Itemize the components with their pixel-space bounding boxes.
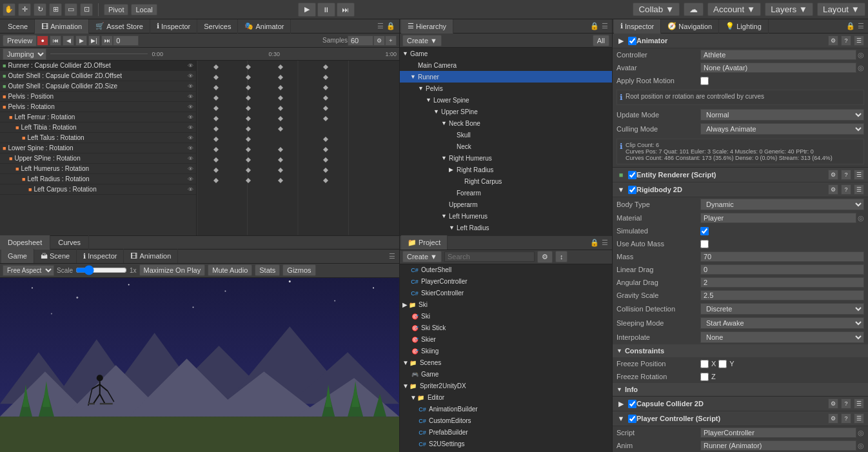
script-pick-btn[interactable]: ◎ — [858, 429, 864, 437]
proj-row-editor[interactable]: ▼📁Editor — [400, 392, 612, 404]
track-row[interactable]: ■ Pelvis : Position 👁 — [0, 92, 196, 102]
gravity-scale-input[interactable] — [700, 290, 864, 300]
hier-row-lefthumerus[interactable]: ▼Left Humerus — [400, 210, 612, 222]
anim-start-btn[interactable]: ⏮ — [50, 35, 61, 46]
step-button[interactable]: ⏭ — [337, 3, 355, 17]
proj-row-outershell[interactable]: C#OuterShell — [400, 264, 612, 276]
anim-frame-input[interactable] — [113, 35, 139, 46]
controller-pick-btn[interactable]: ◎ — [858, 51, 864, 59]
angular-drag-input[interactable] — [700, 277, 864, 288]
track-row[interactable]: ■ Lower Spine : Rotation 👁 — [0, 143, 196, 153]
rigidbody2d-header[interactable]: ▼ Rigidbody 2D ⚙ ? ☰ — [613, 182, 868, 197]
rigidbody2d-menu-btn[interactable]: ☰ — [854, 184, 864, 195]
hier-row-upperarm[interactable]: Upperarm — [400, 199, 612, 210]
track-row[interactable]: ■ Pelvis : Rotation 👁 — [0, 102, 196, 112]
animator-enabled-checkbox[interactable] — [628, 37, 636, 45]
mute-audio-btn[interactable]: Mute Audio — [208, 264, 252, 276]
samples-settings-btn[interactable]: ⚙ — [373, 35, 385, 46]
proj-row-s2usettings[interactable]: C#S2USettings — [400, 438, 612, 450]
tab-scene2[interactable]: 🏔Scene — [34, 249, 77, 263]
scale-tool-icon[interactable]: ⊞ — [49, 3, 62, 16]
panel-menu-icon[interactable]: ☰ — [377, 22, 384, 30]
hier-row-forearm[interactable]: Forearm — [400, 187, 612, 199]
account-button[interactable]: Account ▼ — [707, 3, 761, 16]
track-row[interactable]: ■ Outer Shell : Capsule Collider 2D.Offs… — [0, 71, 196, 81]
anim-record-btn[interactable]: ● — [37, 35, 48, 46]
proj-row-animbuilder[interactable]: C#AnimationBuilder — [400, 404, 612, 415]
play-button[interactable]: ▶ — [298, 3, 316, 17]
anim-pick-btn[interactable]: ◎ — [858, 442, 864, 450]
preview-button[interactable]: Preview — [3, 35, 37, 46]
avatar-input[interactable] — [700, 63, 856, 73]
proj-row-game-scene[interactable]: 🎮Game — [400, 369, 612, 380]
linear-drag-input[interactable] — [700, 264, 864, 275]
material-input[interactable] — [700, 213, 856, 223]
track-row[interactable]: ■ Left Tibia : Rotation 👁 — [0, 123, 196, 133]
hierarchy-all-btn[interactable]: All — [593, 35, 609, 46]
tab-inspector-left[interactable]: ℹInspector — [150, 19, 197, 34]
tab-lighting[interactable]: 💡Lighting — [719, 19, 769, 34]
capsule-collider-menu-btn[interactable]: ☰ — [854, 398, 864, 409]
proj-row-skiercontroller[interactable]: C#SkierController — [400, 288, 612, 299]
cloud-button[interactable]: ☁ — [684, 3, 704, 16]
freeze-rot-z-checkbox[interactable] — [700, 373, 709, 381]
aspect-dropdown[interactable]: Free Aspect — [3, 265, 54, 276]
player-controller-header[interactable]: ▼ Player Controller (Script) ⚙ ? ☰ — [613, 411, 868, 426]
animator-menu-btn[interactable]: ☰ — [854, 35, 864, 46]
collision-detection-select[interactable]: Discrete — [700, 303, 864, 315]
proj-row-skistick[interactable]: 🎯Ski Stick — [400, 322, 612, 334]
entity-renderer-help-btn[interactable]: ? — [841, 170, 851, 180]
hier-row-rightcarpus[interactable]: Right Carpus — [400, 175, 612, 187]
hier-row-game[interactable]: ▼Game — [400, 48, 612, 59]
hier-row-neckbone[interactable]: ▼Neck Bone — [400, 117, 612, 129]
player-controller-checkbox[interactable] — [628, 415, 636, 423]
update-mode-select[interactable]: Normal — [700, 109, 864, 121]
track-row[interactable]: ■ Left Talus : Rotation 👁 — [0, 133, 196, 143]
tab-inspector-bottom[interactable]: ℹInspector — [77, 249, 124, 263]
maximize-play-btn[interactable]: Maximize On Play — [139, 264, 206, 276]
project-menu[interactable]: ☰ — [602, 239, 608, 247]
rigidbody2d-checkbox[interactable] — [628, 186, 636, 194]
script-input[interactable] — [700, 427, 856, 438]
track-row[interactable]: ■ Upper SPine : Rotation 👁 — [0, 153, 196, 164]
hier-row-runner[interactable]: ▼Runner — [400, 71, 612, 83]
project-lock[interactable]: 🔒 — [590, 239, 599, 247]
player-ctrl-help-btn[interactable]: ? — [841, 413, 851, 424]
tab-navigation[interactable]: 🧭Navigation — [661, 19, 719, 34]
player-ctrl-settings-btn[interactable]: ⚙ — [828, 413, 838, 424]
hier-row-lowerspine[interactable]: ▼Lower Spine — [400, 94, 612, 106]
sleeping-mode-select[interactable]: Start Awake — [700, 317, 864, 329]
gizmos-btn[interactable]: Gizmos — [282, 264, 315, 276]
mass-input[interactable] — [700, 251, 864, 262]
tab-scene[interactable]: Scene — [1, 19, 35, 34]
capsule-collider-header[interactable]: ▶ Capsule Collider 2D ⚙ ? ☰ — [613, 397, 868, 411]
inspector-menu[interactable]: ☰ — [858, 22, 864, 30]
hierarchy-menu[interactable]: ☰ — [602, 22, 608, 30]
tab-animation-bottom[interactable]: 🎞Animation — [124, 249, 178, 263]
project-search-input[interactable] — [444, 251, 535, 262]
proj-row-prefabbuilder[interactable]: C#PrefabBuilder — [400, 427, 612, 438]
use-auto-mass-checkbox[interactable] — [700, 240, 709, 248]
project-filter-btn[interactable]: ⚙ — [537, 251, 553, 263]
hier-row-skull[interactable]: Skull — [400, 129, 612, 141]
proj-row-ski-folder[interactable]: ▶📁Ski — [400, 299, 612, 311]
constraints-header[interactable]: ▼ Constraints — [613, 344, 868, 357]
tab-hierarchy[interactable]: ☰Hierarchy — [401, 19, 453, 34]
layers-button[interactable]: Layers ▼ — [765, 3, 813, 16]
freeze-pos-x-checkbox[interactable] — [700, 360, 709, 368]
body-type-select[interactable]: Dynamic — [700, 199, 864, 210]
capsule-collider-help-btn[interactable]: ? — [841, 398, 851, 409]
entity-renderer-settings-btn[interactable]: ⚙ — [828, 170, 838, 180]
anim-play-btn[interactable]: ▶ — [75, 35, 87, 46]
project-sort-btn[interactable]: ↕ — [555, 251, 568, 262]
hierarchy-lock[interactable]: 🔒 — [590, 22, 599, 30]
lock-icon[interactable]: 🔒 — [386, 22, 395, 30]
pause-button[interactable]: ⏸ — [317, 3, 335, 17]
rotate-tool-icon[interactable]: ↻ — [34, 3, 46, 16]
apply-root-motion-checkbox[interactable] — [700, 77, 709, 85]
layout-button[interactable]: Layout ▼ — [817, 3, 865, 16]
hierarchy-create-btn[interactable]: Create ▼ — [402, 35, 442, 46]
anim-end-btn[interactable]: ⏭ — [101, 35, 113, 46]
simulated-checkbox[interactable] — [700, 227, 709, 235]
culling-mode-select[interactable]: Always Animate — [700, 123, 864, 135]
